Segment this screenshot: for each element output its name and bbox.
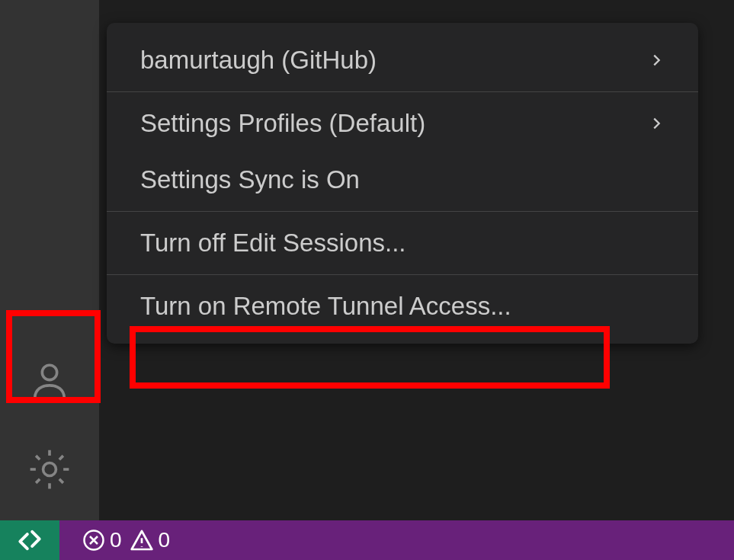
remote-indicator-button[interactable]	[0, 520, 59, 560]
menu-separator	[107, 211, 698, 212]
menu-item-label: bamurtaugh (GitHub)	[140, 46, 377, 75]
menu-item-account[interactable]: bamurtaugh (GitHub)	[107, 32, 698, 88]
menu-item-edit-sessions[interactable]: Turn off Edit Sessions...	[107, 215, 698, 271]
menu-item-label: Turn on Remote Tunnel Access...	[140, 292, 511, 321]
warnings-count: 0	[159, 528, 171, 552]
error-icon	[82, 529, 105, 552]
menu-separator	[107, 91, 698, 92]
menu-separator	[107, 274, 698, 275]
accounts-menu: bamurtaugh (GitHub) Settings Profiles (D…	[107, 23, 698, 344]
remote-icon	[15, 526, 44, 555]
menu-item-label: Settings Profiles (Default)	[140, 109, 425, 138]
status-bar: 0 0	[0, 520, 734, 560]
menu-item-remote-tunnel[interactable]: Turn on Remote Tunnel Access...	[107, 278, 698, 334]
svg-point-0	[42, 365, 56, 379]
warning-icon	[130, 528, 154, 552]
person-icon	[27, 360, 72, 404]
warnings-status[interactable]: 0	[130, 528, 171, 552]
chevron-right-icon	[648, 46, 665, 75]
status-problems[interactable]: 0 0	[59, 528, 170, 552]
activity-bar	[0, 0, 99, 520]
accounts-button[interactable]	[0, 338, 99, 425]
errors-status[interactable]: 0	[82, 528, 122, 552]
gear-icon	[27, 447, 72, 491]
menu-item-label: Turn off Edit Sessions...	[140, 229, 406, 258]
menu-item-profiles[interactable]: Settings Profiles (Default)	[107, 95, 698, 152]
menu-item-label: Settings Sync is On	[140, 165, 360, 194]
errors-count: 0	[110, 528, 122, 552]
settings-button[interactable]	[0, 425, 99, 513]
svg-point-1	[43, 462, 56, 475]
menu-item-sync[interactable]: Settings Sync is On	[107, 152, 698, 208]
chevron-right-icon	[648, 109, 665, 138]
